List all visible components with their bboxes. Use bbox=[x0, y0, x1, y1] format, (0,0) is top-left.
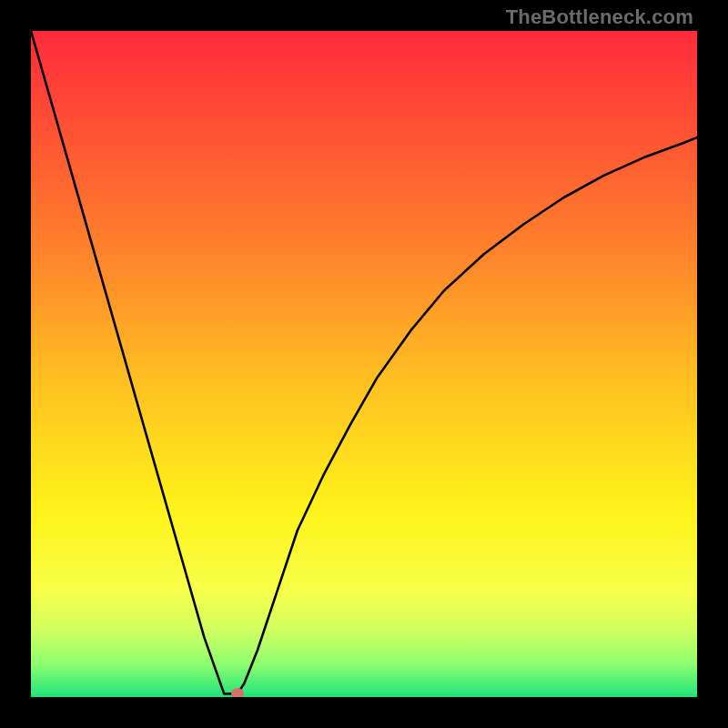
optimal-marker bbox=[231, 688, 244, 697]
chart-container: TheBottleneck.com bbox=[0, 0, 728, 728]
bottleneck-curve bbox=[31, 31, 697, 697]
plot-area bbox=[31, 31, 697, 697]
watermark-text: TheBottleneck.com bbox=[506, 5, 693, 29]
